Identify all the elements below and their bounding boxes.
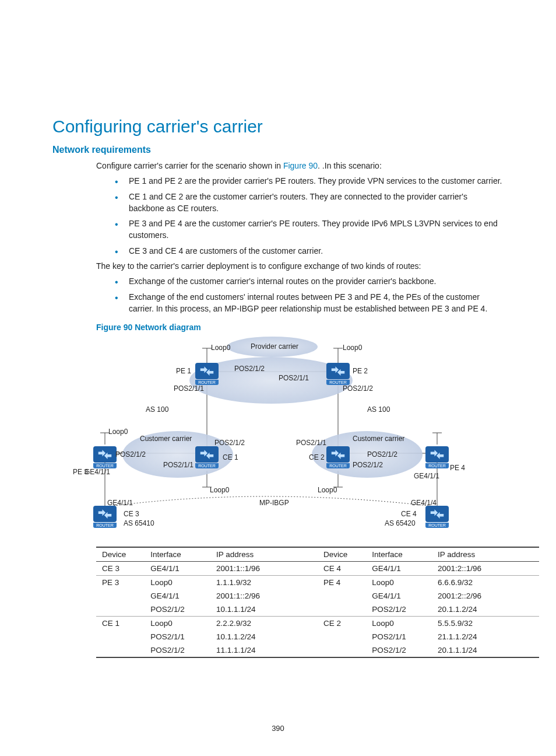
label: CE 2 [309, 453, 325, 461]
label: POS2/1/2 [367, 450, 397, 459]
section-network-requirements: Network requirements [52, 145, 504, 155]
table-cell: GE4/1/1 [366, 562, 432, 576]
label: POS2/1/2 [234, 365, 265, 373]
table-cell: POS2/1/1 [366, 630, 432, 643]
table-row: CE 3GE4/1/12001:1::1/96CE 4GE4/1/12001:2… [96, 562, 539, 576]
table-cell: 20.1.1.1/24 [432, 643, 539, 657]
page-number: 390 [0, 724, 556, 733]
table-header-row: Device Interface IP address Device Inter… [96, 547, 539, 562]
table-cell: 6.6.6.9/32 [432, 576, 539, 590]
table-cell: GE4/1/1 [145, 562, 210, 576]
col-ip: IP address [432, 547, 539, 562]
table-cell: PE 4 [318, 576, 366, 590]
text: . .In this scenario: [318, 161, 382, 170]
label: CE 1 [223, 453, 238, 461]
label: POS2/1/2 [343, 384, 373, 393]
table-cell: Loop0 [145, 617, 210, 631]
table-cell: 1.1.1.9/32 [210, 576, 318, 590]
col-ip: IP address [210, 547, 318, 562]
label: Loop0 [343, 344, 362, 352]
table-row: GE4/1/12001:1::2/96GE4/1/12001:2::2/96 [96, 589, 539, 603]
label: PE 4 [450, 464, 465, 472]
label: AS 100 [367, 405, 390, 414]
figure-caption: Figure 90 Network diagram [96, 323, 504, 332]
table-cell: 2.2.2.9/32 [210, 617, 318, 631]
table-cell: PE 3 [96, 576, 145, 590]
col-interface: Interface [145, 547, 210, 562]
table-cell [96, 643, 145, 657]
table-cell: 10.1.1.1/24 [210, 603, 318, 617]
list-item: CE 3 and CE 4 are customers of the custo… [115, 245, 504, 257]
intro-paragraph: Configure carrier's carrier for the scen… [96, 160, 504, 172]
table-cell: POS2/1/2 [366, 603, 432, 617]
label: POS2/1/1 [296, 439, 326, 447]
label: AS 65420 [385, 519, 416, 527]
page-title: Configuring carrier's carrier [52, 117, 504, 136]
table-cell: 2001:2::1/96 [432, 562, 539, 576]
table-cell: Loop0 [366, 617, 432, 631]
ip-address-table: Device Interface IP address Device Inter… [96, 547, 539, 658]
table-row: CE 1Loop02.2.2.9/32CE 2Loop05.5.5.9/32 [96, 617, 539, 631]
text: Configure carrier's carrier for the scen… [96, 161, 283, 170]
label: GE4/1/1 [85, 468, 110, 476]
router-pe4-icon: ROUTER [425, 446, 449, 463]
label: PE 1 [176, 367, 191, 375]
label: Provider carrier [251, 342, 298, 351]
router-pe1-icon: ROUTER [195, 363, 219, 379]
table-cell: POS2/1/2 [366, 643, 432, 657]
col-device: Device [96, 547, 145, 562]
router-pe3-icon: ROUTER [93, 446, 117, 463]
router-ce3-icon: ROUTER [93, 506, 117, 522]
label: Loop0 [211, 344, 230, 352]
network-diagram: ROUTER ROUTER ROUTER ROUTER ROUTER ROUTE… [87, 337, 449, 541]
table-cell [318, 643, 366, 657]
list-item: Exchange of the customer carrier's inter… [115, 275, 504, 287]
col-device: Device [318, 547, 366, 562]
label: POS2/1/2 [214, 439, 245, 447]
label: POS2/1/1 [163, 461, 193, 469]
label: AS 65410 [124, 519, 154, 527]
label: POS2/1/2 [115, 450, 146, 459]
table-cell: POS2/1/2 [145, 603, 210, 617]
table-cell: CE 1 [96, 617, 145, 631]
scenario-bullet-list: PE 1 and PE 2 are the provider carrier's… [96, 175, 504, 257]
list-item: CE 1 and CE 2 are the customer carrier's… [115, 191, 504, 215]
label: GE4/1/1 [414, 472, 439, 480]
label: PE 2 [353, 367, 368, 375]
key-paragraph: The key to the carrier's carrier deploym… [96, 260, 504, 272]
table-cell: 5.5.5.9/32 [432, 617, 539, 631]
label: Loop0 [318, 486, 337, 494]
router-ce4-icon: ROUTER [425, 506, 449, 522]
routes-bullet-list: Exchange of the customer carrier's inter… [96, 275, 504, 314]
list-item: Exchange of the end customers' internal … [115, 291, 504, 315]
col-interface: Interface [366, 547, 432, 562]
router-ce1-icon: ROUTER [195, 446, 219, 463]
label: AS 100 [146, 405, 168, 414]
table-cell: CE 4 [318, 562, 366, 576]
label: Customer carrier [353, 435, 404, 443]
table-row: POS2/1/210.1.1.1/24POS2/1/220.1.1.2/24 [96, 603, 539, 617]
figure-90-link[interactable]: Figure 90 [283, 161, 318, 170]
table-cell: 20.1.1.2/24 [432, 603, 539, 617]
label: POS2/1/2 [353, 461, 383, 469]
label: GE4/1/4 [411, 499, 437, 507]
list-item: PE 3 and PE 4 are the customer carrier's… [115, 218, 504, 242]
table-cell [96, 589, 145, 603]
table-cell: 21.1.1.2/24 [432, 630, 539, 643]
label: MP-IBGP [259, 499, 289, 507]
table-cell: CE 2 [318, 617, 366, 631]
table-cell [96, 603, 145, 617]
table-cell: POS2/1/1 [145, 630, 210, 643]
table-cell: 2001:1::1/96 [210, 562, 318, 576]
table-cell [96, 630, 145, 643]
router-pe2-icon: ROUTER [326, 363, 350, 379]
table-cell: Loop0 [366, 576, 432, 590]
label: Customer carrier [140, 435, 192, 443]
table-cell: 2001:2::2/96 [432, 589, 539, 603]
table-cell [318, 630, 366, 643]
label: CE 4 [401, 510, 417, 518]
table-cell: 2001:1::2/96 [210, 589, 318, 603]
table-row: PE 3Loop01.1.1.9/32PE 4Loop06.6.6.9/32 [96, 576, 539, 590]
table-row: POS2/1/211.1.1.1/24POS2/1/220.1.1.1/24 [96, 643, 539, 657]
table-row: POS2/1/110.1.1.2/24POS2/1/121.1.1.2/24 [96, 630, 539, 643]
